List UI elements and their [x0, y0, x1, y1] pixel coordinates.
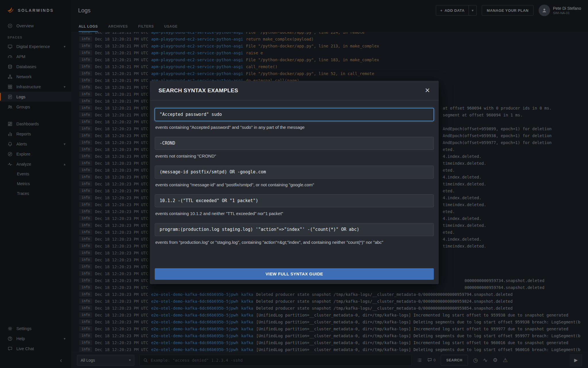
- syntax-example-5: program:(production.log staging.log) '"a…: [155, 223, 434, 245]
- modal-header: SEARCH SYNTAX EXAMPLES ✕: [150, 81, 439, 101]
- syntax-example-3: (message-id postfix/smtpd) OR -google.co…: [155, 166, 434, 187]
- modal-title: SEARCH SYNTAX EXAMPLES: [158, 87, 238, 94]
- syntax-example-2: -CROND events not containing "CROND": [155, 137, 434, 158]
- modal-footer: VIEW FULL SYNTAX GUIDE: [150, 252, 439, 284]
- syntax-example-1: "Accepted password" sudo events containi…: [155, 108, 434, 130]
- close-icon[interactable]: ✕: [425, 87, 430, 94]
- example-query[interactable]: "Accepted password" sudo: [155, 108, 434, 121]
- example-caption: events not containing "CROND": [155, 154, 433, 158]
- search-syntax-modal: SEARCH SYNTAX EXAMPLES ✕ "Accepted passw…: [150, 81, 439, 284]
- example-query[interactable]: (message-id postfix/smtpd) OR -google.co…: [155, 166, 434, 179]
- example-query[interactable]: 10.1.2 -("TTL exceeded" OR "1 packet"): [155, 194, 434, 207]
- modal-body: "Accepted password" sudo events containi…: [150, 101, 439, 245]
- example-query[interactable]: program:(production.log staging.log) '"a…: [155, 223, 434, 236]
- example-caption: events containing "message-id" and "post…: [155, 182, 433, 187]
- example-caption: events containing "Accepted password" an…: [155, 125, 433, 130]
- example-caption: events from "production.log" or "staging…: [155, 240, 433, 245]
- example-query[interactable]: -CROND: [155, 137, 434, 150]
- syntax-example-4: 10.1.2 -("TTL exceeded" OR "1 packet") e…: [155, 194, 434, 216]
- view-syntax-guide-button[interactable]: VIEW FULL SYNTAX GUIDE: [155, 268, 434, 280]
- example-caption: events containing 10.1.2 and neither "TT…: [155, 211, 433, 216]
